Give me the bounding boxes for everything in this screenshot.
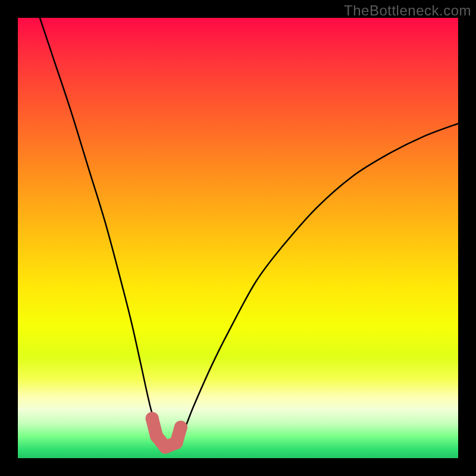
curve-marker [170,436,183,449]
curve-markers [146,412,187,453]
curve-marker [146,412,159,425]
curve-marker [174,421,187,434]
bottleneck-curve [40,18,458,450]
bottleneck-curve-svg [18,18,458,458]
watermark-text: TheBottleneck.com [344,2,471,19]
plot-area [18,18,458,458]
chart-frame: TheBottleneck.com [0,0,476,476]
curve-marker [150,430,163,443]
